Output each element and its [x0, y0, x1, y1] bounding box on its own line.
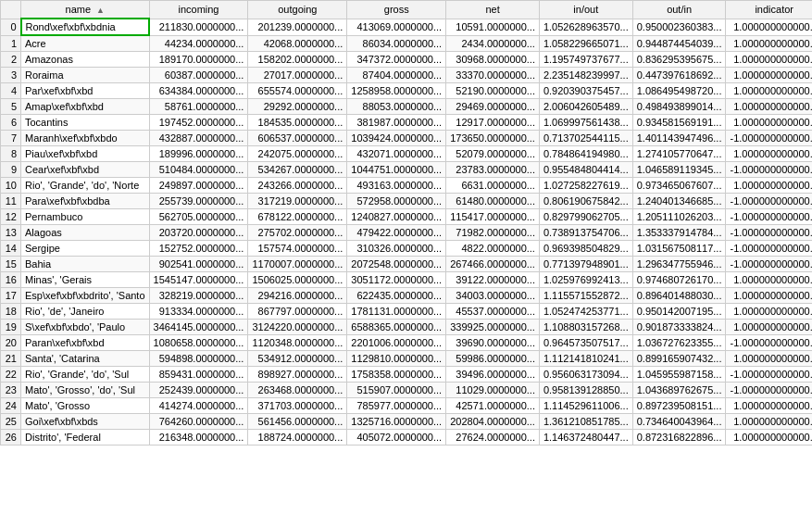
row-in-out: 0.964573507517... — [539, 335, 632, 351]
row-name: Rio', 'Grande', 'do', 'Sul — [21, 367, 150, 383]
row-incoming: 189996.0000000... — [149, 146, 248, 162]
row-net: 27624.0000000... — [446, 430, 540, 445]
row-incoming: 189170.0000000... — [149, 52, 248, 68]
row-outgoing: 317219.0000000... — [248, 194, 347, 209]
row-in-out: 0.806190675842... — [539, 194, 632, 209]
row-incoming: 594898.0000000... — [149, 351, 248, 367]
row-indicator: 1.000000000000... — [726, 99, 812, 115]
col-header-net[interactable]: net — [446, 1, 540, 19]
row-net: 6631.0000000... — [446, 178, 540, 194]
row-indicator: 1.000000000000... — [726, 320, 812, 335]
row-net: 39690.0000000... — [446, 335, 540, 351]
row-incoming: 902541.0000000... — [149, 257, 248, 272]
row-incoming: 3464145.0000000... — [149, 320, 248, 335]
row-index: 17 — [1, 288, 21, 304]
row-indicator: 1.000000000000... — [726, 430, 812, 445]
row-outgoing: 1120348.0000000... — [248, 335, 347, 351]
row-outgoing: 1506025.0000000... — [248, 272, 347, 288]
row-in-out: 1.052474253771... — [539, 304, 632, 320]
row-outgoing: 29292.0000000... — [248, 99, 347, 115]
row-net: 34003.0000000... — [446, 288, 540, 304]
row-incoming: 203720.0000000... — [149, 225, 248, 241]
row-indicator: 1.000000000000... — [726, 272, 812, 288]
row-out-in: 1.086495498720... — [632, 83, 726, 99]
row-gross: 310326.0000000... — [347, 241, 446, 257]
table-row: 6Tocantins197452.0000000...184535.000000… — [1, 115, 813, 131]
row-name: Cear\xef\xbf\xbd — [21, 162, 150, 178]
row-name: Tocantins — [21, 115, 150, 131]
row-in-out: 1.069997561438... — [539, 115, 632, 131]
row-indicator: 1.000000000000... — [726, 178, 812, 194]
row-incoming: 211830.0000000... — [149, 19, 248, 35]
row-indicator: 1.000000000000... — [726, 146, 812, 162]
table-row: 9Cear\xef\xbf\xbd510484.0000000...534267… — [1, 162, 813, 178]
row-gross: 1240827.0000000... — [347, 209, 446, 225]
col-header-gross[interactable]: gross — [347, 1, 446, 19]
table-row: 25Goi\xef\xbf\xbds764260.0000000...56145… — [1, 414, 813, 430]
row-indicator: 1.000000000000... — [726, 68, 812, 83]
row-out-in: 0.872316822896... — [632, 430, 726, 445]
row-gross: 86034.0000000... — [347, 35, 446, 52]
col-header-incoming[interactable]: incoming — [149, 1, 248, 19]
table-row: 10Rio', 'Grande', 'do', 'Norte249897.000… — [1, 178, 813, 194]
row-gross: 1758358.0000000... — [347, 367, 446, 383]
row-incoming: 510484.0000000... — [149, 162, 248, 178]
row-outgoing: 263468.0000000... — [248, 383, 347, 398]
row-out-in: 1.036727623355... — [632, 335, 726, 351]
col-header-name[interactable]: name ▲ — [21, 1, 150, 19]
row-incoming: 252439.0000000... — [149, 383, 248, 398]
row-indicator: 1.000000000000... — [726, 35, 812, 52]
table-row: 22Rio', 'Grande', 'do', 'Sul859431.00000… — [1, 367, 813, 383]
row-out-in: 1.240401346685... — [632, 194, 726, 209]
row-in-out: 1.361210851785... — [539, 414, 632, 430]
row-name: Mato', 'Grosso', 'do', 'Sul — [21, 383, 150, 398]
row-index: 0 — [1, 19, 21, 35]
row-incoming: 249897.0000000... — [149, 178, 248, 194]
row-net: 202804.0000000... — [446, 414, 540, 430]
row-index: 12 — [1, 209, 21, 225]
row-out-in: 0.836295395675... — [632, 52, 726, 68]
row-outgoing: 188724.0000000... — [248, 430, 347, 445]
row-out-in: 0.901873333824... — [632, 320, 726, 335]
row-name: S\xef\xbf\xbdo', 'Paulo — [21, 320, 150, 335]
row-name: Amap\xef\xbf\xbd — [21, 99, 150, 115]
row-in-out: 1.112141810241... — [539, 351, 632, 367]
table-row: 2Amazonas189170.0000000...158202.0000000… — [1, 52, 813, 68]
row-in-out: 1.052628963570... — [539, 19, 632, 35]
row-index: 14 — [1, 241, 21, 257]
row-outgoing: 42068.0000000... — [248, 35, 347, 52]
col-header-outgoing[interactable]: outgoing — [248, 1, 347, 19]
row-net: 4822.0000000... — [446, 241, 540, 257]
data-table: name ▲ incoming outgoing gross net in/ou… — [0, 0, 812, 445]
col-header-in-out[interactable]: in/out — [539, 1, 632, 19]
row-net: 52190.0000000... — [446, 83, 540, 99]
row-indicator: -1.000000000000... — [726, 241, 812, 257]
row-out-in: 0.950002360383... — [632, 19, 726, 35]
row-net: 10591.0000000... — [446, 19, 540, 35]
row-outgoing: 534912.0000000... — [248, 351, 347, 367]
row-in-out: 2.235148239997... — [539, 68, 632, 83]
table-row: 1Acre44234.0000000...42068.0000000...860… — [1, 35, 813, 52]
row-outgoing: 158202.0000000... — [248, 52, 347, 68]
table-row: 14Sergipe152752.0000000...157574.0000000… — [1, 241, 813, 257]
row-net: 30968.0000000... — [446, 52, 540, 68]
row-incoming: 44234.0000000... — [149, 35, 248, 52]
row-name: Mato', 'Grosso — [21, 398, 150, 414]
table-row: 4Par\xef\xbf\xbd634384.0000000...655574.… — [1, 83, 813, 99]
col-header-out-in[interactable]: out/in — [632, 1, 726, 19]
row-outgoing: 3124220.0000000... — [248, 320, 347, 335]
row-gross: 622435.0000000... — [347, 288, 446, 304]
table-row: 17Esp\xef\xbf\xbdrito', 'Santo328219.000… — [1, 288, 813, 304]
row-outgoing: 243266.0000000... — [248, 178, 347, 194]
row-index: 13 — [1, 225, 21, 241]
row-index: 10 — [1, 178, 21, 194]
row-indicator: 1.000000000000... — [726, 414, 812, 430]
row-index: 24 — [1, 398, 21, 414]
row-out-in: 1.031567508117... — [632, 241, 726, 257]
col-header-indicator[interactable]: indicator — [726, 1, 812, 19]
table-row: 3Roraima60387.0000000...27017.0000000...… — [1, 68, 813, 83]
row-index: 21 — [1, 351, 21, 367]
row-outgoing: 157574.0000000... — [248, 241, 347, 257]
row-out-in: 0.944874454039... — [632, 35, 726, 52]
row-index: 18 — [1, 304, 21, 320]
